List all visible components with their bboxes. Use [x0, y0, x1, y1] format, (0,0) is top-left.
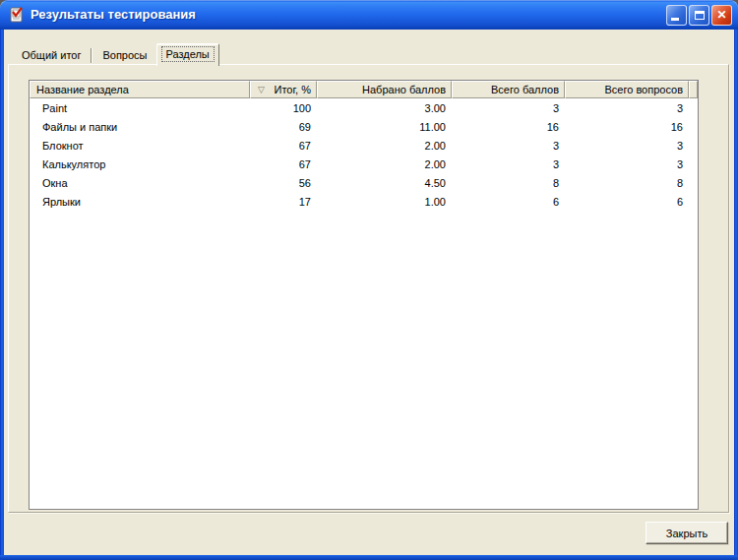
- window-border-right: [734, 30, 738, 560]
- cell-result-percent: 67: [250, 140, 317, 152]
- cell-points-earned: 11.00: [317, 121, 452, 133]
- cell-points-total: 8: [452, 177, 565, 189]
- cell-section-name: Блокнот: [30, 140, 250, 152]
- cell-points-earned: 3.00: [317, 102, 452, 114]
- table-row[interactable]: Калькулятор 67 2.00 3 3: [30, 155, 698, 173]
- sections-tab-page: Название раздела ▽ Итог, % Набрано балло…: [8, 64, 729, 513]
- close-window-button[interactable]: ✕: [711, 5, 732, 26]
- cell-result-percent: 17: [250, 196, 317, 208]
- sort-descending-icon: ▽: [258, 86, 265, 94]
- tab-sections[interactable]: Разделы: [156, 43, 219, 66]
- column-header-questions-total[interactable]: Всего вопросов: [565, 81, 689, 98]
- cell-section-name: Калькулятор: [30, 158, 250, 170]
- table-row[interactable]: Блокнот 67 2.00 3 3: [30, 136, 698, 155]
- cell-questions-total: 16: [565, 121, 689, 133]
- cell-points-earned: 2.00: [317, 158, 452, 170]
- cell-questions-total: 3: [565, 102, 689, 114]
- cell-points-total: 16: [452, 121, 565, 133]
- cell-points-earned: 4.50: [317, 177, 452, 189]
- close-icon: ✕: [712, 8, 731, 23]
- tab-separator: [91, 48, 92, 63]
- cell-result-percent: 67: [250, 158, 317, 170]
- cell-questions-total: 3: [565, 158, 689, 170]
- cell-section-name: Окна: [30, 177, 250, 189]
- minimize-icon: [671, 18, 679, 21]
- cell-questions-total: 8: [565, 177, 689, 189]
- cell-section-name: Ярлыки: [30, 196, 250, 208]
- table-body: Paint 100 3.00 3 3 Файлы и папки 69 11.0…: [30, 98, 698, 509]
- maximize-button[interactable]: [689, 5, 709, 26]
- cell-result-percent: 56: [250, 177, 317, 189]
- cell-section-name: Paint: [30, 102, 250, 114]
- column-header-points-total[interactable]: Всего баллов: [452, 81, 565, 98]
- tab-overall-result[interactable]: Общий итог: [13, 46, 90, 65]
- caption-buttons: ✕: [666, 5, 732, 26]
- window-client-area: Общий итог Вопросы Разделы Название разд…: [4, 30, 734, 555]
- column-header-result-percent-label: Итог, %: [274, 84, 311, 95]
- cell-points-earned: 1.00: [317, 196, 452, 208]
- column-header-points-earned[interactable]: Набрано баллов: [317, 81, 452, 98]
- maximize-icon: [695, 11, 705, 20]
- column-header-filler: [689, 81, 698, 98]
- cell-questions-total: 3: [565, 140, 689, 152]
- window-icon: [9, 7, 25, 23]
- cell-section-name: Файлы и папки: [30, 121, 250, 133]
- table-header-row: Название раздела ▽ Итог, % Набрано балло…: [30, 81, 698, 98]
- minimize-button[interactable]: [666, 5, 687, 26]
- table-row[interactable]: Окна 56 4.50 8 8: [30, 173, 698, 192]
- column-header-result-percent[interactable]: ▽ Итог, %: [250, 81, 317, 98]
- cell-points-total: 3: [452, 102, 565, 114]
- tab-sections-label: Разделы: [161, 46, 215, 62]
- table-row[interactable]: Paint 100 3.00 3 3: [30, 98, 698, 117]
- test-results-window: Результаты тестирования ✕ Общий итог Воп…: [0, 0, 738, 560]
- cell-points-earned: 2.00: [317, 140, 452, 152]
- titlebar[interactable]: Результаты тестирования ✕: [0, 0, 738, 30]
- cell-points-total: 3: [452, 158, 565, 170]
- cell-points-total: 6: [452, 196, 565, 208]
- table-row[interactable]: Ярлыки 17 1.00 6 6: [30, 192, 698, 211]
- cell-questions-total: 6: [565, 196, 689, 208]
- window-title: Результаты тестирования: [31, 7, 196, 22]
- tab-bar: Общий итог Вопросы Разделы: [13, 43, 219, 65]
- cell-points-total: 3: [452, 140, 565, 152]
- close-dialog-button[interactable]: Закрыть: [646, 522, 728, 544]
- column-header-section-name[interactable]: Название раздела: [30, 81, 250, 98]
- window-border-bottom: [0, 555, 738, 560]
- tab-questions[interactable]: Вопросы: [93, 46, 155, 65]
- cell-result-percent: 69: [250, 121, 317, 133]
- sections-results-table: Название раздела ▽ Итог, % Набрано балло…: [29, 80, 699, 510]
- cell-result-percent: 100: [250, 102, 317, 114]
- table-row[interactable]: Файлы и папки 69 11.00 16 16: [30, 117, 698, 136]
